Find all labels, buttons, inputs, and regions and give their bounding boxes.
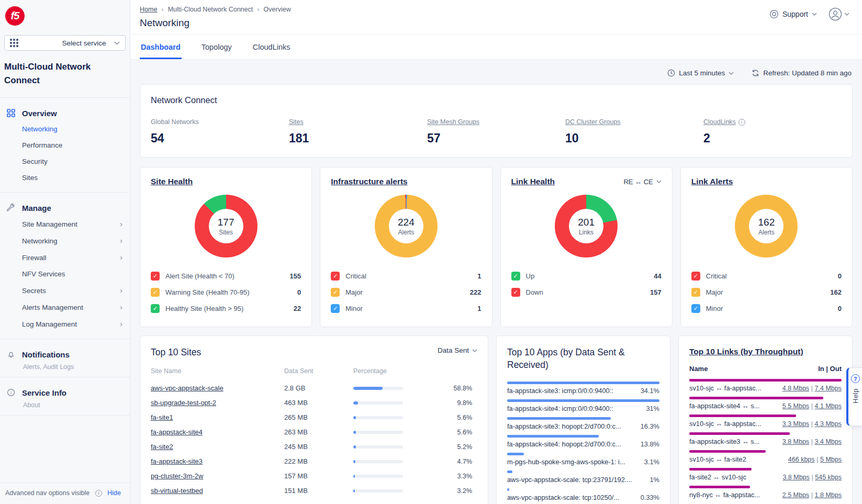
sidebar-item-log-management[interactable]: Log Management› [4, 316, 126, 332]
app-label[interactable]: fa-appstack-site3: hopopt:2/d700:0:c... [507, 422, 636, 430]
link-name[interactable]: sv10-sjc ↔ fa-site2 [689, 455, 784, 463]
in-value[interactable]: 2.5 Mbps [782, 491, 809, 499]
site-link[interactable]: sb-upgrade-test-opt-2 [151, 399, 284, 407]
app-bar [507, 417, 611, 420]
site-health-donut-chart[interactable]: 177 Sites [195, 195, 258, 257]
link-name[interactable]: fa-site2 ↔ sv10-sjc [689, 473, 778, 481]
site-link[interactable]: fa-site1 [151, 413, 284, 421]
breadcrumb-home-link[interactable]: Home [140, 6, 157, 13]
app-label[interactable]: fa-appstack-site4: hopopt:2/d700:0:c... [507, 440, 636, 448]
sites-link[interactable]: Sites [289, 118, 304, 126]
sidebar-item-networking-manage[interactable]: Networking› [4, 232, 126, 249]
checkbox-blue[interactable]: ✓ [691, 304, 700, 313]
user-avatar-icon [829, 7, 842, 21]
link-health-donut-chart[interactable]: 201 Links [555, 195, 618, 257]
link-name[interactable]: sv10-sjc ↔ fa-appstac... [689, 420, 778, 428]
in-value[interactable]: 3.8 Mbps [782, 438, 809, 445]
site-mesh-groups-link[interactable]: Site Mesh Groups [427, 118, 479, 126]
account-menu[interactable] [829, 7, 849, 21]
checkbox-red[interactable]: ✓ [511, 288, 520, 297]
checkbox-red[interactable]: ✓ [691, 272, 700, 281]
sidebar-item-secrets[interactable]: Secrets› [4, 282, 126, 299]
in-value[interactable]: 3.3 Mbps [782, 420, 809, 428]
tab-cloudlinks[interactable]: CloudLinks [252, 35, 292, 59]
dc-cluster-groups-link[interactable]: DC Cluster Groups [565, 118, 621, 126]
checkbox-red[interactable]: ✓ [331, 272, 340, 281]
checkbox-orange[interactable]: ✓ [691, 288, 700, 297]
sidebar-section-overview[interactable]: Overview [4, 105, 126, 121]
support-menu[interactable]: Support [769, 9, 817, 19]
sidebar-item-security[interactable]: Security [4, 153, 126, 170]
sidebar-section-manage[interactable]: Manage [4, 200, 126, 216]
link-name[interactable]: sv10-sjc ↔ fa-appstac... [689, 384, 778, 392]
out-value[interactable]: 545 kbps [815, 474, 842, 481]
refresh-button[interactable]: Refresh: Updated 8 min ago [752, 69, 852, 77]
checkbox-blue[interactable]: ✓ [331, 304, 340, 313]
top-sites-sort-selector[interactable]: Data Sent [438, 346, 477, 354]
top-sites-header: Site NameData SentPercentage [151, 367, 477, 381]
checkbox-red[interactable]: ✓ [151, 272, 160, 281]
service-selector[interactable]: Select service [4, 35, 126, 51]
in-value[interactable]: 3.8 Mbps [782, 474, 809, 481]
info-icon[interactable]: i [738, 119, 745, 126]
site-link[interactable]: aws-vpc-appstack-scale [151, 384, 284, 392]
out-value[interactable]: 5 Mbps [820, 456, 842, 463]
site-link[interactable]: sb-virtual-testbed [151, 487, 284, 495]
checkbox-orange[interactable]: ✓ [331, 288, 340, 297]
sidebar-item-networking[interactable]: Networking [4, 121, 126, 137]
site-health-title[interactable]: Site Health [151, 177, 193, 186]
sidebar-item-sites[interactable]: Sites [4, 170, 126, 186]
out-value[interactable]: 7.4 Mbps [815, 385, 842, 392]
site-link[interactable]: fa-appstack-site4 [151, 428, 284, 436]
link-name[interactable]: ny8-nyc ↔ fa-appstac... [689, 491, 778, 499]
infrastructure-alerts-title[interactable]: Infrastructure alerts [331, 177, 407, 186]
link-health-title[interactable]: Link Health [511, 177, 555, 186]
chevron-right-icon: › [120, 303, 122, 311]
tab-topology[interactable]: Topology [200, 35, 233, 59]
link-alerts-donut-chart[interactable]: 162 Alerts [735, 195, 798, 257]
infrastructure-alerts-donut-chart[interactable]: 224 Alerts [375, 195, 438, 257]
in-value[interactable]: 466 kbps [788, 456, 815, 463]
link-name[interactable]: fa-appstack-site3 ↔ s... [689, 438, 778, 445]
sidebar-item-alerts-management[interactable]: Alerts Management› [4, 299, 126, 316]
sidebar-item-site-management[interactable]: Site Management› [4, 216, 126, 232]
sidebar-section-service-info[interactable]: i Service Info [4, 385, 126, 400]
sidebar-section-notifications[interactable]: Notifications [4, 346, 126, 362]
top-links-title[interactable]: Top 10 Links (by Throughput) [689, 346, 803, 357]
cloudlinks-link[interactable]: CloudLinks [703, 118, 736, 126]
app-label[interactable]: aws-vpc-appstack-scale: tcp:23791/192...… [507, 476, 646, 484]
app-bar [507, 435, 599, 438]
in-value[interactable]: 4.8 Mbps [782, 385, 809, 392]
checkbox-green[interactable]: ✓ [511, 272, 520, 281]
infra-alerts-count: 224 [398, 217, 415, 228]
table-row: fa-appstack-site4263 MB5.6% [151, 425, 477, 440]
site-link[interactable]: fa-appstack-site3 [151, 457, 284, 465]
out-value[interactable]: 4.1 Mbps [815, 402, 842, 410]
bell-icon [6, 350, 16, 359]
sidebar-item-firewall[interactable]: Firewall› [4, 249, 126, 266]
checkbox-orange[interactable]: ✓ [151, 288, 160, 297]
checkbox-green[interactable]: ✓ [151, 304, 160, 313]
in-value[interactable]: 5.5 Mbps [782, 402, 809, 410]
link-alerts-title[interactable]: Link Alerts [691, 177, 733, 186]
site-link[interactable]: pg-cluster-3m-2w [151, 472, 284, 480]
top-apps-title: Top 10 Apps (by Data Sent & Received) [507, 346, 638, 371]
tab-dashboard[interactable]: Dashboard [140, 35, 182, 59]
out-value[interactable]: 3.4 Mbps [815, 438, 842, 445]
app-label[interactable]: fa-appstack-site4: icmp:0/0:0:9400:: [507, 405, 642, 412]
hide-nav-link[interactable]: Hide [107, 489, 121, 497]
out-value[interactable]: 1.8 Mbps [815, 491, 842, 499]
f5-logo-icon[interactable]: f5 [5, 6, 25, 26]
link-name[interactable]: fa-appstack-site4 ↔ s... [689, 402, 778, 410]
app-label[interactable]: fa-appstack-site3: icmp:0/0:0:9400:: [507, 387, 636, 395]
app-label[interactable]: aws-vpc-appstack-scale: tcp:10250/... [507, 494, 636, 501]
link-health-filter[interactable]: RE ↔ CE [623, 178, 661, 186]
time-range-selector[interactable]: Last 5 minutes [667, 69, 734, 77]
sidebar-item-performance[interactable]: Performance [4, 137, 126, 153]
app-label[interactable]: m-pgs-hub-spoke-smg-aws-spoke-1: i... [507, 458, 640, 466]
site-link[interactable]: fa-site2 [151, 443, 284, 451]
out-value[interactable]: 4.3 Mbps [815, 420, 842, 428]
link-bar [689, 415, 796, 417]
sidebar-item-nfv-services[interactable]: NFV Services [4, 266, 126, 282]
help-tab[interactable]: ? Help [846, 367, 862, 426]
